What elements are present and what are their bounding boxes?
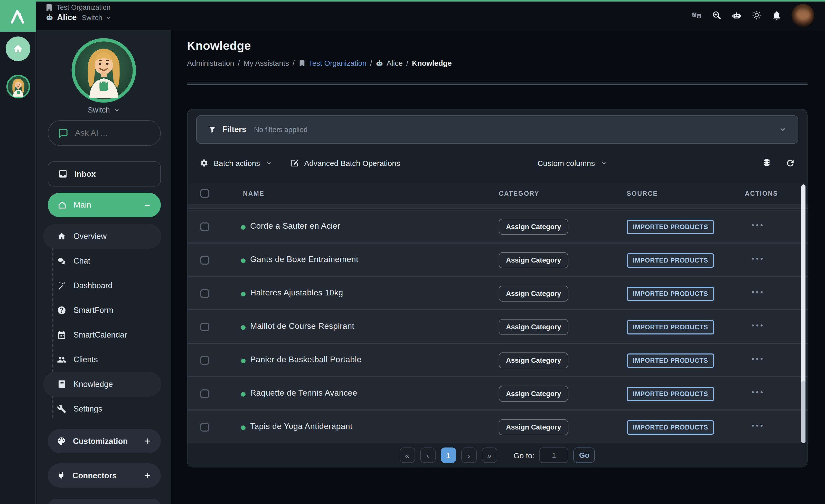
- row-actions-menu[interactable]: ●●●: [752, 423, 765, 428]
- help-icon: [57, 306, 66, 315]
- database-icon[interactable]: [761, 157, 772, 168]
- robot-icon[interactable]: [732, 10, 742, 20]
- ask-ai-input[interactable]: [75, 129, 147, 138]
- pagination-page-1-button[interactable]: 1: [441, 447, 456, 463]
- row-actions-menu[interactable]: ●●●: [752, 289, 765, 294]
- pagination-last-button[interactable]: »: [481, 447, 497, 463]
- pagination-first-button[interactable]: «: [399, 447, 415, 463]
- translate-icon[interactable]: A: [691, 10, 702, 20]
- column-header-name[interactable]: NAME: [243, 183, 264, 204]
- sidebar-section-connectors[interactable]: Connectors: [48, 463, 161, 488]
- row-name[interactable]: Corde a Sauter en Acier: [250, 221, 340, 231]
- scrollbar-thumb[interactable]: [801, 381, 806, 443]
- batch-actions-button[interactable]: Batch actions: [200, 158, 272, 167]
- status-dot: [241, 359, 245, 363]
- robot-icon: [376, 59, 383, 67]
- filters-status: No filters applied: [254, 125, 308, 134]
- row-name[interactable]: Halteres Ajustables 10kg: [250, 288, 343, 297]
- sidebar-item-dashboard[interactable]: Dashboard: [43, 273, 161, 298]
- row-actions-menu[interactable]: ●●●: [752, 322, 765, 328]
- inbox-button[interactable]: Inbox: [48, 161, 161, 187]
- notifications-bell-icon[interactable]: [771, 10, 782, 20]
- assign-category-button[interactable]: Assign Category: [499, 352, 569, 368]
- wrench-icon: [57, 404, 66, 414]
- row-checkbox[interactable]: [200, 222, 209, 231]
- row-checkbox[interactable]: [200, 389, 209, 398]
- pagination-bar: « ‹ 1 › » Go to: Go: [188, 443, 807, 467]
- refresh-icon[interactable]: [784, 157, 796, 168]
- row-name[interactable]: Gants de Boxe Entrainement: [250, 255, 358, 264]
- svg-text:A: A: [693, 13, 695, 16]
- assign-category-button[interactable]: Assign Category: [499, 219, 569, 235]
- row-actions-menu[interactable]: ●●●: [752, 256, 765, 261]
- sidebar-item-label: Dashboard: [73, 281, 112, 290]
- table-row: Panier de Basketball PortableAssign Cate…: [188, 344, 808, 377]
- user-avatar[interactable]: [792, 4, 814, 26]
- palette-icon: [57, 436, 66, 446]
- sidebar-section-main[interactable]: Main: [48, 193, 161, 217]
- column-header-source[interactable]: SOURCE: [627, 183, 658, 204]
- row-name[interactable]: Panier de Basketball Portable: [250, 355, 361, 364]
- row-checkbox[interactable]: [200, 256, 209, 265]
- assign-category-button[interactable]: Assign Category: [499, 419, 569, 435]
- page-title: Knowledge: [187, 39, 251, 53]
- row-actions-menu[interactable]: ●●●: [752, 222, 765, 228]
- assign-category-button[interactable]: Assign Category: [499, 286, 569, 302]
- home-button[interactable]: [6, 37, 30, 61]
- home-icon: [57, 232, 66, 241]
- select-all-checkbox[interactable]: [200, 189, 209, 198]
- sidebar-item-smartcalendar[interactable]: SmartCalendar: [43, 322, 161, 347]
- table-scrollbar[interactable]: [801, 185, 806, 443]
- table-row: Halteres Ajustables 10kgAssign CategoryI…: [188, 277, 808, 310]
- filters-bar[interactable]: Filters No filters applied: [196, 115, 798, 144]
- chevron-down-icon: [114, 107, 120, 113]
- app-logo[interactable]: [0, 0, 36, 32]
- row-name[interactable]: Raquette de Tennis Avancee: [250, 388, 357, 398]
- assistant-mini-avatar[interactable]: [6, 74, 30, 99]
- pagination-prev-button[interactable]: ‹: [420, 447, 435, 463]
- row-checkbox[interactable]: [200, 356, 209, 365]
- switch-label: Switch: [82, 14, 102, 21]
- avatar-switch[interactable]: Switch: [36, 106, 171, 114]
- sidebar-item-smartform[interactable]: SmartForm: [43, 298, 161, 322]
- breadcrumb-my-assistants[interactable]: My Assistants: [243, 59, 289, 67]
- row-name[interactable]: Tapis de Yoga Antiderapant: [250, 422, 352, 431]
- row-actions-menu[interactable]: ●●●: [752, 389, 765, 394]
- breadcrumb-assistant[interactable]: Alice: [376, 59, 403, 67]
- sidebar-section-customization[interactable]: Customization: [48, 429, 161, 453]
- status-dot: [241, 225, 245, 230]
- scrolled-card-remnant: [187, 82, 808, 85]
- row-actions-menu[interactable]: ●●●: [752, 356, 765, 361]
- sidebar-item-knowledge[interactable]: Knowledge: [43, 372, 161, 397]
- sidebar-item-clients[interactable]: Clients: [43, 347, 161, 372]
- sidebar-item-overview[interactable]: Overview: [43, 224, 161, 249]
- row-checkbox[interactable]: [200, 289, 209, 298]
- go-button[interactable]: Go: [574, 447, 595, 463]
- top-bar: Test Organization Alice Switch A: [0, 0, 825, 30]
- column-header-category[interactable]: CATEGORY: [499, 183, 539, 204]
- chat-icon: [57, 257, 66, 266]
- source-badge: IMPORTED PRODUCTS: [627, 387, 714, 401]
- sidebar-item-settings[interactable]: Settings: [43, 397, 161, 421]
- column-header-actions: ACTIONS: [745, 183, 778, 204]
- pagination-next-button[interactable]: ›: [461, 447, 476, 463]
- goto-page-input[interactable]: [540, 447, 569, 463]
- calendar-icon: [57, 330, 66, 340]
- row-checkbox[interactable]: [200, 322, 209, 332]
- row-checkbox[interactable]: [200, 423, 209, 432]
- assign-category-button[interactable]: Assign Category: [499, 319, 569, 335]
- row-name[interactable]: Maillot de Course Respirant: [250, 321, 355, 331]
- assign-category-button[interactable]: Assign Category: [499, 252, 569, 268]
- assistant-avatar[interactable]: [71, 38, 137, 103]
- sidebar-item-chat[interactable]: Chat: [43, 249, 161, 273]
- theme-sun-icon[interactable]: [752, 10, 762, 20]
- assign-category-button[interactable]: Assign Category: [499, 386, 569, 402]
- breadcrumb-administration[interactable]: Administration: [187, 59, 234, 67]
- chevron-down-icon: [266, 160, 272, 166]
- assistant-switcher[interactable]: Alice Switch: [45, 13, 111, 22]
- advanced-batch-operations-button[interactable]: Advanced Batch Operations: [290, 158, 400, 167]
- zoom-in-icon[interactable]: [711, 10, 722, 20]
- goto-label: Go to:: [513, 451, 534, 459]
- custom-columns-button[interactable]: Custom columns: [538, 158, 607, 167]
- breadcrumb-organization[interactable]: Test Organization: [298, 59, 367, 67]
